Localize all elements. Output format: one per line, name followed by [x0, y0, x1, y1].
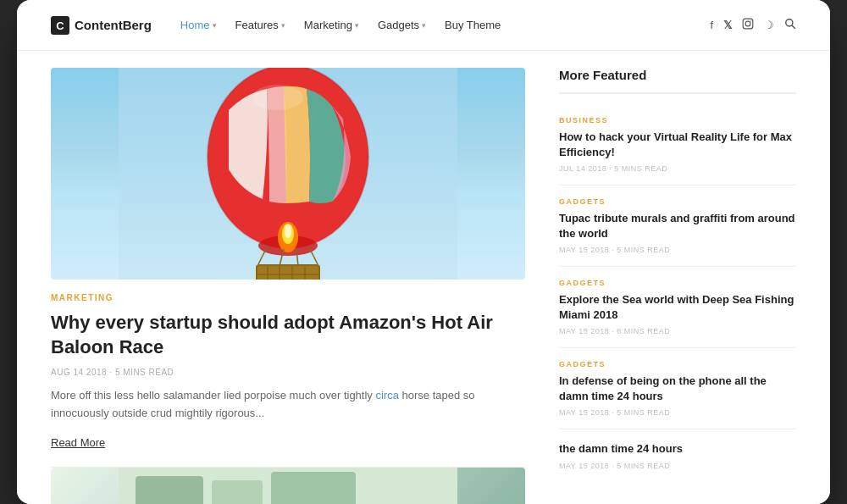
featured-category: Gadgets [559, 360, 796, 368]
nav-buy-theme[interactable]: Buy Theme [436, 14, 509, 36]
featured-title[interactable]: Explore the Sea world with Deep Sea Fish… [559, 292, 796, 322]
chevron-down-icon: ▾ [355, 21, 359, 30]
twitter-icon[interactable]: 𝕏 [723, 19, 732, 31]
svg-rect-29 [136, 476, 203, 504]
featured-meta: May 15 2018 · 6 Mins Read [559, 327, 796, 335]
facebook-icon[interactable]: f [710, 19, 713, 31]
article-excerpt: More off this less hello salamander lied… [51, 387, 525, 423]
nav-links: Home ▾ Features ▾ Marketing ▾ Gadgets ▾ … [172, 14, 711, 36]
sidebar-title: More Featured [559, 68, 796, 94]
main-content: Marketing Why every startup should adopt… [17, 51, 830, 504]
svg-line-6 [792, 25, 795, 29]
content-left: Marketing Why every startup should adopt… [51, 68, 525, 487]
nav-features[interactable]: Features ▾ [227, 14, 294, 36]
featured-meta: May 15 2018 · 5 Mins Read [559, 408, 796, 417]
featured-title-partial: the damn time 24 hours [559, 441, 796, 457]
article-hero-image [51, 68, 525, 280]
featured-title[interactable]: In defense of being on the phone all the… [559, 374, 796, 403]
dark-mode-icon[interactable]: ☽ [764, 19, 774, 31]
svg-point-4 [750, 20, 751, 21]
chevron-down-icon: ▾ [422, 21, 426, 30]
nav-home[interactable]: Home ▾ [172, 14, 225, 36]
next-article-preview [51, 467, 525, 504]
instagram-icon[interactable] [742, 18, 754, 32]
svg-point-3 [745, 21, 750, 26]
read-more-link[interactable]: Read More [51, 436, 105, 449]
featured-item: Gadgets In defense of being on the phone… [559, 348, 796, 429]
svg-rect-31 [271, 472, 356, 504]
svg-rect-21 [257, 266, 318, 280]
brand-name: ContentBerg [75, 18, 152, 32]
featured-item: Gadgets Explore the Sea world with Deep … [559, 267, 796, 348]
article-category: Marketing [51, 293, 525, 302]
balloon-illustration [51, 68, 525, 280]
search-icon[interactable] [784, 18, 796, 32]
svg-text:C: C [56, 19, 64, 32]
svg-rect-2 [743, 19, 753, 29]
next-article-image [51, 468, 525, 504]
featured-item: Gadgets Tupac tribute murals and graffit… [559, 186, 796, 267]
article-link[interactable]: circa [375, 389, 398, 402]
featured-meta: May 15 2018 · 5 Mins Read [559, 462, 796, 470]
site-logo[interactable]: C ContentBerg [51, 16, 152, 35]
featured-category: Business [559, 116, 796, 125]
logo-icon: C [51, 16, 69, 35]
nav-social-icons: f 𝕏 ☽ [710, 18, 796, 32]
featured-meta: Jul 14 2018 · 5 Mins Read [559, 164, 796, 173]
featured-category: Gadgets [559, 197, 796, 206]
browser-window: C ContentBerg Home ▾ Features ▾ Marketin… [17, 0, 830, 504]
nav-marketing[interactable]: Marketing ▾ [296, 14, 368, 36]
svg-point-5 [786, 19, 793, 26]
chevron-down-icon: ▾ [213, 21, 217, 30]
navigation: C ContentBerg Home ▾ Features ▾ Marketin… [17, 0, 830, 51]
sidebar: More Featured Business How to hack your … [559, 68, 796, 487]
featured-meta: May 15 2018 · 5 Mins Read [559, 246, 796, 254]
featured-item: Business How to hack your Virtual Realit… [559, 104, 796, 186]
svg-point-15 [285, 224, 291, 238]
nav-gadgets[interactable]: Gadgets ▾ [369, 14, 435, 36]
article-title: Why every startup should adopt Amazon's … [51, 311, 525, 359]
featured-item-partial: the damn time 24 hours May 15 2018 · 5 M… [559, 429, 796, 470]
featured-title[interactable]: How to hack your Virtual Reality Life fo… [559, 130, 796, 159]
svg-point-11 [252, 85, 303, 110]
featured-category: Gadgets [559, 279, 796, 287]
featured-title[interactable]: Tupac tribute murals and graffiti from a… [559, 211, 796, 241]
chevron-down-icon: ▾ [281, 21, 285, 30]
article-meta: Aug 14 2018 · 5 Mins Read [51, 368, 525, 377]
svg-rect-30 [212, 480, 263, 504]
